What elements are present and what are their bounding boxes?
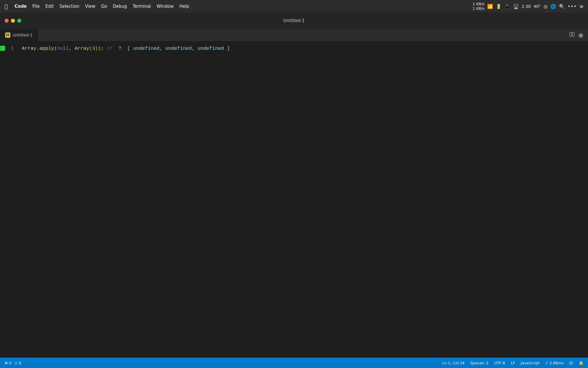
finder-icon: 🔍 — [559, 4, 565, 9]
error-count: 0 — [9, 361, 11, 365]
line-number-1: 1 — [0, 44, 17, 53]
js-file-icon: JS — [5, 32, 10, 38]
tab-untitled-1[interactable]: JS Untitled-1 — [0, 29, 38, 41]
clock-time: 2.30 — [522, 4, 531, 9]
monitor-icon: 🖥️ — [513, 4, 519, 9]
line-ending[interactable]: LF — [511, 361, 515, 365]
timing[interactable]: ✓ 2.88ms — [545, 361, 563, 365]
token-comma1: , — [69, 46, 74, 51]
token-close-bracket: ] — [224, 46, 230, 51]
more-icon: ••• — [568, 4, 577, 9]
token-open-paren2: ( — [89, 46, 92, 51]
menu-selection[interactable]: Selection — [57, 3, 82, 10]
editor-actions: ● — [569, 32, 588, 39]
list-icon: ≡ — [580, 4, 583, 9]
menu-edit[interactable]: Edit — [42, 3, 57, 10]
phone-icon: 📱 — [504, 4, 510, 9]
wifi-icon: 📶 — [487, 4, 493, 9]
status-bar-left: ⊗ 0 ⚠ 0 — [5, 361, 21, 365]
siri-icon: ◎ — [543, 4, 548, 9]
window-title: Untitled-1 — [283, 18, 305, 23]
errors-count[interactable]: ⊗ 0 ⚠ 0 — [5, 361, 21, 365]
token-undef2: undefined — [165, 46, 192, 51]
code-line-1: Array.apply(null, Array(3)); // ? [ unde… — [22, 44, 585, 53]
split-editor-icon[interactable] — [569, 32, 575, 38]
code-editor[interactable]: Array.apply(null, Array(3)); // ? [ unde… — [17, 41, 585, 358]
menu-window[interactable]: Window — [154, 3, 177, 10]
menu-help[interactable]: Help — [177, 3, 192, 10]
token-comma2: , — [160, 46, 165, 51]
menu-bar-right: 1 KB/s1 KB/s 📶 🔋 📱 🖥️ 2.30 40° ◎ 🌐 🔍 •••… — [473, 2, 583, 11]
token-comma3: , — [192, 46, 198, 51]
token-open-paren1: ( — [54, 46, 57, 51]
temperature: 40° — [533, 4, 541, 9]
warning-icon: ⚠ — [14, 361, 18, 365]
token-undef3: undefined — [198, 46, 224, 51]
macos-menu-bar:  Code File Edit Selection View Go Debug… — [0, 0, 588, 13]
token-question: ? — [116, 46, 127, 51]
encoding[interactable]: UTF-8 — [494, 361, 505, 365]
menu-debug[interactable]: Debug — [110, 3, 130, 10]
status-bar: ⊗ 0 ⚠ 0 Ln 1, Col 34 Spaces: 2 UTF-8 LF … — [0, 358, 588, 368]
tab-bar: JS Untitled-1 ● — [0, 29, 588, 41]
editor-area[interactable]: 1 Array.apply(null, Array(3)); // ? [ un… — [0, 41, 588, 358]
vertical-scrollbar[interactable] — [585, 41, 588, 358]
language-mode[interactable]: JavaScript — [521, 361, 539, 365]
token-undef1: undefined — [133, 46, 160, 51]
maximize-button[interactable] — [17, 19, 21, 23]
token-apply: apply — [39, 46, 54, 51]
tab-label: Untitled-1 — [13, 33, 32, 37]
token-close-paren1: ) — [98, 46, 101, 51]
token-array1: Array — [22, 46, 36, 51]
line-numbers-gutter: 1 — [0, 41, 17, 358]
wifi2-icon: 🌐 — [550, 4, 556, 9]
error-icon: ⊗ — [5, 361, 8, 365]
token-open-bracket: [ — [127, 46, 133, 51]
token-null: null — [57, 46, 69, 51]
menu-file[interactable]: File — [30, 3, 42, 10]
network-speed: 1 KB/s1 KB/s — [473, 2, 484, 11]
token-dot: . — [36, 46, 39, 51]
close-button[interactable] — [5, 19, 9, 23]
run-indicator[interactable] — [0, 46, 5, 51]
more-options-icon[interactable]: ● — [579, 32, 583, 39]
notifications-icon[interactable]: 🔔 — [579, 361, 583, 365]
traffic-lights — [5, 19, 21, 23]
token-array2: Array — [75, 46, 89, 51]
token-comment: // — [104, 46, 116, 51]
svg-rect-0 — [570, 32, 572, 37]
battery-icon: 🔋 — [496, 4, 502, 9]
cursor-position[interactable]: Ln 1, Col 34 — [442, 361, 465, 365]
token-close-paren2: ) — [95, 46, 98, 51]
title-bar: Untitled-1 — [0, 13, 588, 29]
feedback-icon[interactable]: ☺ — [569, 361, 573, 365]
menu-terminal[interactable]: Terminal — [130, 3, 154, 10]
indentation[interactable]: Spaces: 2 — [470, 361, 488, 365]
menu-code[interactable]: Code — [12, 3, 30, 10]
menu-go[interactable]: Go — [98, 3, 110, 10]
svg-rect-1 — [572, 32, 574, 37]
token-number3: 3 — [92, 46, 95, 51]
status-bar-right: Ln 1, Col 34 Spaces: 2 UTF-8 LF JavaScri… — [442, 361, 583, 365]
minimize-button[interactable] — [11, 19, 15, 23]
warning-count: 0 — [19, 361, 21, 365]
menu-view[interactable]: View — [82, 3, 98, 10]
token-semi: ; — [101, 46, 104, 51]
apple-menu-icon[interactable]:  — [5, 3, 8, 9]
